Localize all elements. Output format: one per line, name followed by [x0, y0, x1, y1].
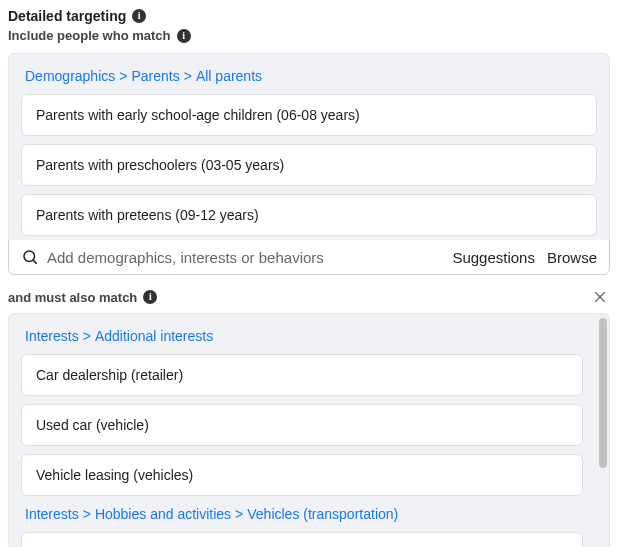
search-input[interactable] — [47, 249, 444, 266]
targeting-chip[interactable]: Parents with preschoolers (03-05 years) — [21, 144, 597, 186]
breadcrumb: Demographics > Parents > All parents — [25, 68, 597, 84]
connector-row: and must also match i — [8, 287, 610, 307]
info-icon[interactable]: i — [177, 29, 191, 43]
section-title-text: Detailed targeting — [8, 8, 126, 24]
scrollbar-track[interactable] — [599, 318, 607, 547]
targeting-chip[interactable]: Parents with preteens (09-12 years) — [21, 194, 597, 236]
connector-label: and must also match i — [8, 290, 157, 305]
breadcrumb-link[interactable]: Hobbies and activities — [95, 506, 231, 522]
targeting-chip[interactable]: Car dealership (retailer) — [21, 354, 583, 396]
breadcrumb-separator: > — [184, 68, 192, 84]
breadcrumb-link[interactable]: Additional interests — [95, 328, 213, 344]
browse-button[interactable]: Browse — [547, 249, 597, 266]
breadcrumb-link[interactable]: Demographics — [25, 68, 115, 84]
include-subtitle: Include people who match i — [8, 28, 610, 43]
targeting-chip[interactable]: Parents with early school-age children (… — [21, 94, 597, 136]
search-icon — [21, 248, 39, 266]
breadcrumb-separator: > — [83, 506, 91, 522]
breadcrumb-separator: > — [119, 68, 127, 84]
info-icon[interactable]: i — [132, 9, 146, 23]
targeting-chip[interactable]: Used car (vehicle) — [21, 404, 583, 446]
include-subtitle-text: Include people who match — [8, 28, 171, 43]
info-icon[interactable]: i — [143, 290, 157, 304]
suggestions-button[interactable]: Suggestions — [452, 249, 535, 266]
include-panel: Demographics > Parents > All parents Par… — [8, 53, 610, 240]
breadcrumb-link[interactable]: Vehicles (transportation) — [247, 506, 398, 522]
narrow-panel: Interests > Additional interests Car dea… — [8, 313, 610, 547]
breadcrumb-separator: > — [83, 328, 91, 344]
breadcrumb: Interests > Additional interests — [25, 328, 583, 344]
svg-point-0 — [24, 251, 35, 262]
connector-label-text: and must also match — [8, 290, 137, 305]
breadcrumb-link[interactable]: Parents — [131, 68, 179, 84]
breadcrumb-link[interactable]: All parents — [196, 68, 262, 84]
targeting-chip[interactable]: Minivans (vehicle) — [21, 532, 583, 547]
breadcrumb-link[interactable]: Interests — [25, 506, 79, 522]
svg-line-1 — [33, 260, 36, 263]
breadcrumb: Interests > Hobbies and activities > Veh… — [25, 506, 583, 522]
breadcrumb-separator: > — [235, 506, 243, 522]
section-title: Detailed targeting i — [8, 8, 610, 24]
breadcrumb-link[interactable]: Interests — [25, 328, 79, 344]
close-icon[interactable] — [590, 287, 610, 307]
targeting-chip[interactable]: Vehicle leasing (vehicles) — [21, 454, 583, 496]
search-actions: Suggestions Browse — [452, 249, 597, 266]
scrollbar-thumb[interactable] — [599, 318, 607, 468]
search-row: Suggestions Browse — [8, 239, 610, 275]
